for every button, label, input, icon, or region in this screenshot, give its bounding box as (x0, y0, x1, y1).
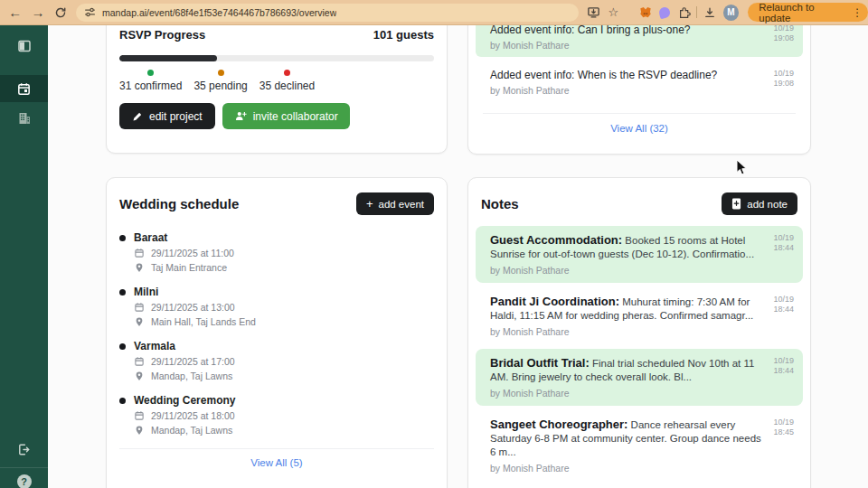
browser-toolbar: ← → mandap.ai/event/68f4e1f53e7464467b78… (0, 0, 868, 25)
extension-blob-icon[interactable] (655, 3, 674, 23)
plus-icon: + (366, 197, 373, 211)
note-timestamp: 10/1918:44 (763, 356, 794, 399)
download-icon[interactable] (700, 3, 719, 23)
event-datetime: 29/11/2025 at 18:00 (151, 410, 235, 421)
declined-label: 35 declined (259, 80, 315, 92)
sidebar-item-calendar[interactable] (0, 75, 48, 102)
wedding-schedule-card: Wedding schedule + add event Baraat 29/1… (106, 177, 448, 488)
event-datetime: 29/11/2025 at 13:00 (151, 302, 235, 313)
sidebar-item-help[interactable]: ? (0, 468, 48, 488)
location-pin-icon (134, 262, 145, 273)
event-bullet-icon (119, 235, 126, 241)
note-timestamp: 10/1918:44 (763, 233, 794, 276)
event-calendar-icon (134, 302, 145, 313)
invite-collaborator-button[interactable]: invite collaborator (222, 103, 350, 129)
divider (119, 448, 434, 449)
schedule-event[interactable]: Wedding Ceremony 29/11/2025 at 18:00 Man… (119, 394, 434, 436)
note-add-icon (731, 198, 741, 210)
stat-confirmed: 31 confirmed (119, 70, 182, 92)
forward-icon[interactable]: → (26, 1, 49, 24)
sidebar-item-venues[interactable] (0, 105, 48, 132)
event-calendar-icon (134, 356, 145, 367)
edit-project-label: edit project (149, 110, 203, 123)
activity-title: Added event info: When is the RSVP deadl… (490, 69, 763, 81)
confirmed-label: 31 confirmed (119, 80, 182, 92)
notes-card-title: Notes (481, 196, 519, 211)
note-title: Guest Accommodation: (490, 233, 622, 247)
add-event-label: add event (378, 199, 424, 210)
location-pin-icon (134, 371, 145, 381)
event-calendar-icon (134, 410, 145, 421)
note-author: by Monish Pathare (490, 463, 763, 474)
toolbar-separator (696, 6, 697, 18)
profile-avatar[interactable]: M (723, 5, 740, 21)
activity-timestamp: 10/1919:08 (763, 69, 794, 96)
stat-declined: 35 declined (259, 70, 315, 92)
site-settings-icon[interactable] (84, 6, 96, 18)
invite-collaborator-label: invite collaborator (253, 110, 338, 123)
back-icon[interactable]: ← (4, 1, 26, 24)
confirmed-dot-icon (147, 70, 154, 76)
calendar-icon (16, 81, 32, 97)
note-item[interactable]: Sangeet Choreographer: Dance rehearsal e… (476, 410, 803, 481)
schedule-card-title: Wedding schedule (119, 196, 239, 211)
add-note-button[interactable]: add note (722, 192, 797, 215)
note-title: Bridal Outfit Trial: (490, 356, 590, 370)
sidebar-item-panel[interactable] (0, 33, 48, 60)
star-icon[interactable]: ☆ (604, 3, 623, 23)
note-author: by Monish Pathare (490, 265, 763, 276)
event-calendar-icon (134, 248, 145, 258)
add-note-label: add note (747, 199, 788, 210)
note-item[interactable]: Bridal Outfit Trial: Final trial schedul… (476, 349, 803, 406)
note-item[interactable]: Guest Accommodation: Booked 15 rooms at … (476, 226, 803, 283)
activity-timestamp: 10/1919:08 (763, 25, 794, 51)
panel-icon (16, 38, 33, 54)
reload-icon[interactable] (50, 1, 72, 24)
schedule-view-all-link[interactable]: View All (5) (119, 457, 434, 468)
activity-view-all-link[interactable]: View All (32) (476, 123, 803, 134)
event-name: Varmala (134, 340, 175, 352)
relaunch-label: Relaunch to update (759, 2, 846, 23)
activity-item[interactable]: Added event info: Can I bring a plus-one… (476, 25, 803, 57)
note-title: Pandit Ji Coordination: (490, 295, 619, 308)
mouse-cursor (736, 159, 748, 176)
extensions-icon[interactable] (675, 3, 693, 23)
declined-dot-icon (284, 70, 290, 76)
event-name: Milni (134, 286, 158, 298)
location-pin-icon (134, 316, 145, 327)
divider (483, 113, 796, 114)
note-timestamp: 10/1918:44 (763, 295, 794, 337)
activity-author: by Monish Pathare (490, 85, 763, 96)
activity-card: Added event info: Can I bring a plus-one… (467, 25, 811, 155)
url-text[interactable]: mandap.ai/event/68f4e1f53e7464467b786693… (102, 7, 336, 18)
main-content: RSVP Progress 101 guests 31 confirmed 35… (48, 25, 868, 488)
stat-pending: 35 pending (193, 70, 247, 92)
kebab-menu-icon[interactable]: ⋮ (850, 6, 864, 19)
person-add-icon (234, 110, 247, 122)
edit-project-button[interactable]: edit project (119, 103, 215, 129)
schedule-event[interactable]: Milni 29/11/2025 at 13:00 Main Hall, Taj… (119, 286, 434, 327)
sidebar-item-logout[interactable] (0, 436, 48, 463)
schedule-event[interactable]: Baraat 29/11/2025 at 11:00 Taj Main Entr… (119, 231, 434, 273)
pending-dot-icon (218, 70, 224, 76)
activity-item[interactable]: Added event info: When is the RSVP deadl… (476, 62, 803, 102)
note-timestamp: 10/1918:45 (763, 418, 794, 474)
guest-count: 101 guests (373, 28, 434, 42)
metamask-icon[interactable] (636, 3, 655, 23)
building-icon (16, 110, 33, 127)
location-pin-icon (134, 425, 145, 436)
schedule-event[interactable]: Varmala 29/11/2025 at 17:00 Mandap, Taj … (119, 340, 434, 381)
notes-card: Notes add note Guest Accommodation: Book… (467, 177, 811, 488)
event-bullet-icon (119, 343, 126, 350)
rsvp-card-title: RSVP Progress (119, 28, 205, 42)
pending-label: 35 pending (193, 80, 247, 92)
activity-title: Added event info: Can I bring a plus-one… (490, 25, 763, 36)
activity-author: by Monish Pathare (490, 40, 763, 51)
relaunch-button[interactable]: Relaunch to update ⋮ (748, 3, 868, 22)
event-location: Taj Main Entrance (151, 262, 227, 273)
url-bar[interactable]: mandap.ai/event/68f4e1f53e7464467b786693… (76, 4, 579, 22)
pencil-icon (132, 111, 143, 122)
install-icon[interactable] (584, 3, 603, 23)
add-event-button[interactable]: + add event (356, 192, 434, 215)
note-item[interactable]: Pandit Ji Coordination: Muhurat timing: … (476, 287, 803, 344)
